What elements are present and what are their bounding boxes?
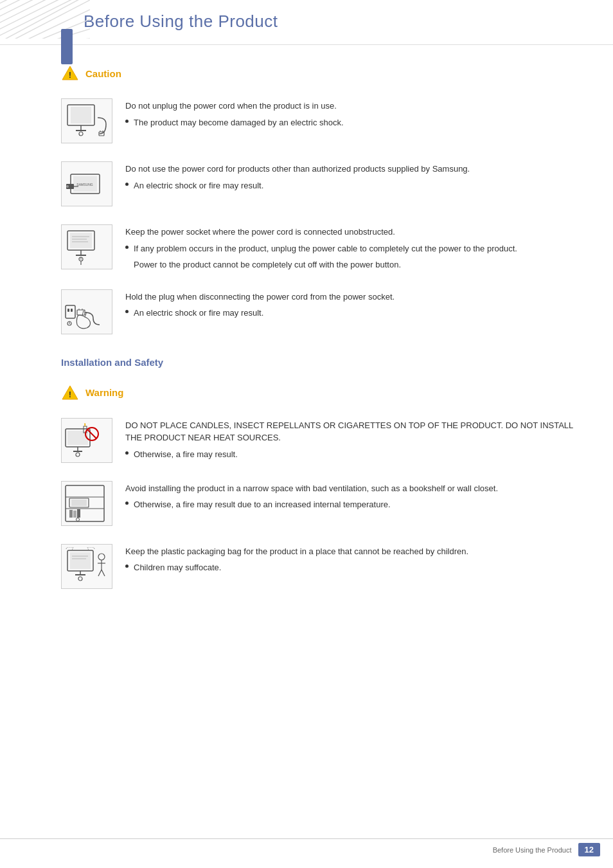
caution-label: Caution (85, 68, 121, 79)
svg-rect-38 (66, 305, 75, 318)
caution-item-3-bullet: If any problem occurs in the product, un… (125, 242, 574, 255)
svg-line-57 (87, 429, 96, 439)
svg-rect-63 (69, 510, 73, 518)
warning-triangle-icon: ! (61, 384, 79, 402)
warning-item-3-main: Keep the plastic packaging bag for the p… (125, 545, 574, 558)
caution-item-1-bullet-text: The product may become damaged by an ele… (134, 116, 344, 129)
svg-point-66 (76, 518, 80, 521)
caution-item-2-text: Do not use the power cord for products o… (125, 161, 574, 192)
caution-item-2-main: Do not use the power cord for products o… (125, 163, 574, 176)
caution-item-3-bullet-text: If any problem occurs in the product, un… (134, 242, 517, 255)
warning-heading: ! Warning (61, 384, 574, 402)
page-header: Before Using the Product (0, 0, 613, 45)
caution-item-4: Hold the plug when disconnecting the pow… (61, 289, 574, 334)
svg-rect-68 (70, 552, 91, 569)
header-accent-bar (61, 29, 73, 64)
illustration-no-candles (61, 418, 112, 463)
warning-item-1-bullet: Otherwise, a fire may result. (125, 448, 574, 461)
svg-text:!: ! (69, 70, 71, 80)
corner-decoration (0, 0, 90, 39)
caution-item-4-bullet: An electric shock or fire may result. (125, 307, 574, 320)
page-title: Before Using the Product (84, 12, 613, 32)
svg-point-73 (78, 577, 82, 581)
caution-item-1-bullet: The product may become damaged by an ele… (125, 116, 574, 129)
warning-label: Warning (85, 387, 123, 398)
bullet-dot (125, 183, 129, 186)
bottom-border (0, 838, 613, 839)
caution-item-1-main: Do not unplug the power cord when the pr… (125, 100, 574, 113)
svg-rect-64 (73, 511, 76, 518)
svg-line-78 (102, 570, 105, 576)
page-number: 12 (578, 843, 600, 856)
caution-item-3-main: Keep the power socket where the power co… (125, 226, 574, 239)
illustration-narrow-space (61, 481, 112, 526)
bullet-dot (125, 310, 129, 313)
svg-text:!: ! (69, 390, 71, 399)
warning-item-2-text: Avoid installing the product in a narrow… (125, 481, 574, 511)
caution-item-3-text: Keep the power socket where the power co… (125, 224, 574, 271)
svg-text:SAMSUNG: SAMSUNG (76, 183, 93, 186)
bullet-dot (125, 246, 129, 249)
illustration-samsung-adapter: SAMSUNG (61, 161, 112, 206)
bullet-dot (125, 120, 129, 123)
bullet-dot (125, 565, 129, 568)
svg-point-27 (66, 185, 69, 188)
footer-label: Before Using the Product (493, 846, 572, 854)
caution-item-2: SAMSUNG Do not use the power cord for pr… (61, 161, 574, 206)
caution-item-3-subnote: Power to the product cannot be completel… (125, 258, 574, 271)
svg-point-74 (98, 554, 105, 560)
caution-item-1-text: Do not unplug the power cord when the pr… (125, 98, 574, 129)
svg-rect-40 (71, 309, 73, 312)
warning-item-1: DO NOT PLACE CANDLES, INSECT REPELLANTS … (61, 418, 574, 463)
warning-item-3-bullet: Children may suffocate. (125, 561, 574, 574)
warning-item-2-bullet: Otherwise, a fire may result due to an i… (125, 498, 574, 511)
warning-item-2-main: Avoid installing the product in a narrow… (125, 482, 574, 495)
warning-item-1-bullet-text: Otherwise, a fire may result. (134, 448, 238, 461)
warning-item-3-bullet-text: Children may suffocate. (134, 561, 221, 574)
illustration-hold-plug (61, 289, 112, 334)
page-footer: Before Using the Product 12 (493, 843, 600, 856)
caution-item-4-text: Hold the plug when disconnecting the pow… (125, 289, 574, 320)
svg-rect-29 (70, 233, 92, 248)
warning-item-3-text: Keep the plastic packaging bag for the p… (125, 544, 574, 574)
caution-item-1: Do not unplug the power cord when the pr… (61, 98, 574, 143)
installation-section-title: Installation and Safety (61, 357, 574, 368)
svg-line-77 (98, 570, 102, 576)
bullet-dot (125, 502, 129, 505)
caution-item-2-bullet-text: An electric shock or fire may result. (134, 179, 263, 192)
caution-item-3: Keep the power socket where the power co… (61, 224, 574, 271)
svg-point-18 (79, 132, 83, 136)
caution-heading: ! Caution (61, 64, 574, 82)
svg-rect-65 (77, 509, 80, 518)
caution-item-4-bullet-text: An electric shock or fire may result. (134, 307, 263, 320)
caution-triangle-icon: ! (61, 64, 79, 82)
svg-rect-39 (67, 309, 69, 312)
illustration-power-cord (61, 98, 112, 143)
svg-rect-15 (71, 107, 91, 123)
warning-item-1-main: DO NOT PLACE CANDLES, INSECT REPELLANTS … (125, 419, 574, 444)
caution-item-2-bullet: An electric shock or fire may result. (125, 179, 574, 192)
svg-point-54 (76, 453, 80, 457)
warning-item-2-bullet-text: Otherwise, a fire may result due to an i… (134, 498, 391, 511)
svg-rect-62 (71, 500, 87, 506)
warning-item-3: Keep the plastic packaging bag for the p… (61, 544, 574, 589)
warning-item-2: Avoid installing the product in a narrow… (61, 481, 574, 526)
caution-item-4-main: Hold the plug when disconnecting the pow… (125, 291, 574, 303)
warning-item-1-text: DO NOT PLACE CANDLES, INSECT REPELLANTS … (125, 418, 574, 461)
illustration-power-socket (61, 224, 112, 269)
illustration-plastic-bag (61, 544, 112, 589)
main-content: ! Caution Do (0, 64, 613, 589)
bullet-dot (125, 451, 129, 455)
